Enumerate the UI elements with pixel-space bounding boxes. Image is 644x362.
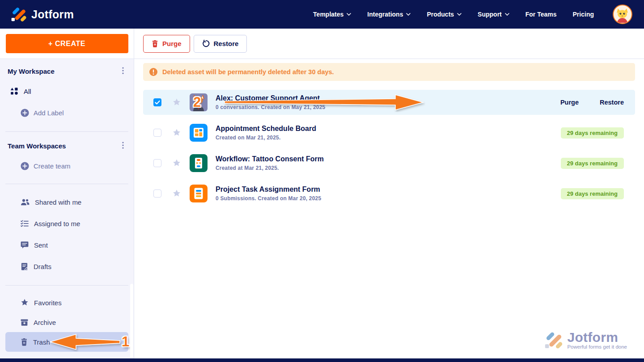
- trash-page: Deleted asset will be permanently delete…: [134, 59, 644, 358]
- sidebar-scrollbar[interactable]: [130, 284, 133, 358]
- sidebar-item-create-team[interactable]: Create team: [0, 155, 134, 177]
- trash-icon: [21, 338, 28, 346]
- nav-for-teams[interactable]: For Teams: [525, 11, 557, 18]
- trash-toolbar: Purge Restore: [134, 29, 644, 59]
- days-remaining-badge: 29 days remaining: [561, 158, 624, 169]
- nav-label: Pricing: [573, 11, 594, 18]
- trash-row-form[interactable]: Project Task Assignment Form 0 Submissio…: [143, 181, 635, 206]
- sidebar-item-archive[interactable]: Archive: [0, 312, 134, 332]
- sidebar-item-label: Favorites: [34, 299, 62, 307]
- row-text: Workflow: Tattoo Consent Form Created at…: [216, 155, 324, 171]
- favorite-star-icon[interactable]: [172, 189, 181, 198]
- sidebar-item-label: Create team: [34, 162, 71, 170]
- my-workspace-title: My Workspace: [8, 67, 55, 75]
- sidebar-item-label: Drafts: [34, 263, 51, 270]
- nav-integrations[interactable]: Integrations: [367, 11, 411, 18]
- watermark-brand: Jotform: [567, 331, 627, 344]
- sidebar-item-label: Add Label: [34, 109, 64, 117]
- sidebar-divider: [5, 184, 128, 184]
- create-button[interactable]: + CREATE: [6, 34, 128, 53]
- nav-label: Integrations: [367, 11, 403, 18]
- nav-pricing[interactable]: Pricing: [573, 11, 594, 18]
- trash-row-board[interactable]: Appointment Schedule Board Created on Ma…: [143, 120, 635, 145]
- all-assets-icon: [10, 87, 18, 95]
- sidebar-item-label: Shared with me: [35, 198, 81, 206]
- banner-text: Deleted asset will be permanently delete…: [162, 68, 334, 76]
- row-checkbox[interactable]: [153, 129, 161, 137]
- row-text: Appointment Schedule Board Created on Ma…: [216, 125, 316, 141]
- board-icon: [190, 124, 208, 142]
- nav-label: Products: [427, 11, 454, 18]
- jotform-watermark: Jotform Powerful forms get it done: [544, 331, 627, 349]
- annotation-arrow-1: [48, 332, 123, 352]
- chevron-down-icon: [347, 13, 351, 16]
- people-icon: [21, 198, 30, 206]
- trash-icon: [152, 40, 158, 47]
- subheader: + CREATE Purge Restore: [0, 29, 644, 59]
- sidebar-item-trash[interactable]: Trash 1: [5, 332, 128, 352]
- row-subtitle: Created on Mar 21, 2025.: [216, 135, 316, 141]
- sidebar-item-sent[interactable]: Sent: [0, 234, 134, 256]
- sidebar-divider: [5, 131, 128, 132]
- trash-row-agent[interactable]: Alex: Customer Support Agent 0 conversat…: [143, 90, 635, 115]
- days-remaining-badge: 29 days remaining: [561, 188, 624, 199]
- my-workspace-menu-icon[interactable]: [120, 65, 126, 77]
- plus-circle-icon: [21, 162, 29, 170]
- restore-button-label: Restore: [214, 40, 239, 47]
- sidebar-item-drafts[interactable]: Drafts: [0, 256, 134, 277]
- user-avatar[interactable]: [613, 4, 632, 24]
- sidebar-item-favorites[interactable]: Favorites: [0, 293, 134, 312]
- team-workspaces-title: Team Workspaces: [8, 142, 66, 150]
- sidebar-item-label: All: [24, 88, 31, 95]
- purge-button-label: Purge: [162, 40, 182, 47]
- team-workspaces-header: Team Workspaces: [0, 136, 134, 155]
- sidebar-item-assigned-to-me[interactable]: Assigned to me: [0, 213, 134, 234]
- row-title: Appointment Schedule Board: [216, 125, 316, 133]
- favorite-star-icon[interactable]: [172, 128, 181, 137]
- sidebar-item-shared-with-me[interactable]: Shared with me: [0, 191, 134, 213]
- favorite-star-icon[interactable]: [172, 98, 181, 107]
- plus-circle-icon: [21, 109, 29, 117]
- annotation-arrow-2: [222, 93, 425, 112]
- favorite-star-icon[interactable]: [172, 159, 181, 168]
- annotation-step-1: 1: [122, 335, 129, 349]
- row-subtitle: 0 Submissions. Created on Mar 20, 2025: [216, 195, 321, 202]
- jotform-logo-icon: [11, 6, 27, 22]
- sidebar-item-add-label[interactable]: Add Label: [0, 102, 134, 123]
- chat-icon: [21, 241, 29, 249]
- restore-button[interactable]: Restore: [194, 35, 247, 53]
- days-remaining-badge: 29 days remaining: [561, 127, 624, 139]
- checklist-icon: [21, 220, 29, 227]
- row-checkbox-checked[interactable]: [153, 98, 161, 106]
- row-purge-link[interactable]: Purge: [560, 99, 579, 106]
- row-title: Project Task Assignment Form: [216, 185, 321, 194]
- chevron-down-icon: [457, 13, 462, 16]
- team-workspaces-menu-icon[interactable]: [120, 140, 126, 152]
- annotation-step-2: 2: [193, 95, 201, 109]
- sidebar-divider: [5, 285, 128, 286]
- star-icon: [21, 299, 29, 307]
- nav-label: Templates: [313, 11, 343, 18]
- row-text: Project Task Assignment Form 0 Submissio…: [216, 185, 321, 202]
- nav-templates[interactable]: Templates: [313, 11, 351, 18]
- trash-list: Alex: Customer Support Agent 0 conversat…: [143, 90, 635, 206]
- trash-warning-banner: Deleted asset will be permanently delete…: [143, 63, 635, 81]
- my-workspace-header: My Workspace: [0, 62, 134, 80]
- sidebar-item-label: Assigned to me: [34, 220, 80, 227]
- sidebar-item-all[interactable]: All: [0, 80, 134, 102]
- form-icon: [190, 185, 208, 202]
- create-area: + CREATE: [0, 29, 134, 59]
- row-checkbox[interactable]: [153, 159, 161, 167]
- jotform-logo[interactable]: Jotform: [11, 6, 74, 22]
- jotform-watermark-icon: [544, 331, 563, 349]
- trash-row-workflow[interactable]: Workflow: Tattoo Consent Form Created at…: [143, 151, 635, 176]
- row-restore-link[interactable]: Restore: [600, 99, 624, 106]
- sidebar: My Workspace All Add Label Team Worksp: [0, 59, 134, 358]
- nav-support[interactable]: Support: [478, 11, 509, 18]
- row-checkbox[interactable]: [153, 189, 161, 198]
- workflow-icon: [190, 154, 208, 172]
- sidebar-item-label: Archive: [34, 319, 56, 326]
- row-title: Workflow: Tattoo Consent Form: [216, 155, 324, 163]
- nav-products[interactable]: Products: [427, 11, 462, 18]
- purge-button[interactable]: Purge: [143, 35, 190, 53]
